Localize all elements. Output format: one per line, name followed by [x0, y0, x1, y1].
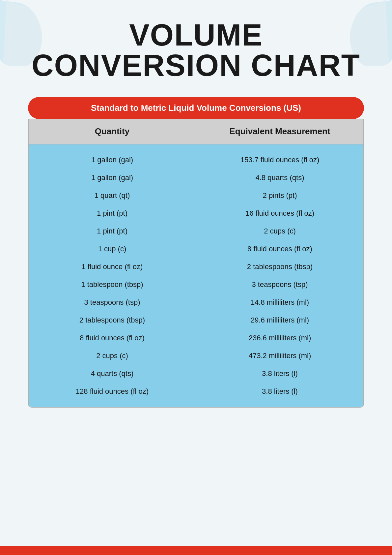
table-row: 1 cup (c) [35, 240, 189, 258]
table-row: 1 gallon (gal) [35, 169, 189, 187]
table-row: 3.8 liters (l) [203, 383, 357, 400]
table-row: 2 tablespoons (tbsp) [203, 258, 357, 276]
table-row: 1 quart (qt) [35, 187, 189, 204]
table-row: 1 fluid ounce (fl oz) [35, 258, 189, 276]
page-content: VOLUME CONVERSION CHART Standard to Metr… [0, 0, 392, 408]
table-row: 3 teaspoons (tsp) [203, 276, 357, 293]
page-title: VOLUME CONVERSION CHART [26, 20, 366, 80]
table-row: 1 pint (pt) [35, 204, 189, 222]
table-row: 2 cups (c) [35, 347, 189, 365]
table-row: 3 teaspoons (tsp) [35, 293, 189, 311]
table-row: 236.6 milliliters (ml) [203, 329, 357, 347]
chart-container: Standard to Metric Liquid Volume Convers… [28, 97, 364, 408]
table-body: 1 gallon (gal)1 gallon (gal)1 quart (qt)… [29, 144, 363, 407]
quantity-header: Quantity [29, 119, 196, 144]
table-row: 8 fluid ounces (fl oz) [35, 329, 189, 347]
quantity-column: 1 gallon (gal)1 gallon (gal)1 quart (qt)… [29, 144, 196, 407]
table-header: Quantity Equivalent Measurement [29, 119, 363, 144]
table-row: 8 fluid ounces (fl oz) [203, 240, 357, 258]
table-row: 1 tablespoon (tbsp) [35, 276, 189, 293]
table-row: 128 fluid ounces (fl oz) [35, 383, 189, 400]
table-row: 29.6 milliliters (ml) [203, 311, 357, 329]
measurement-column: 153.7 fluid ounces (fl oz)4.8 quarts (qt… [196, 144, 363, 407]
chart-subtitle-bar: Standard to Metric Liquid Volume Convers… [28, 97, 364, 119]
table-row: 3.8 liters (l) [203, 365, 357, 383]
table-row: 153.7 fluid ounces (fl oz) [203, 151, 357, 169]
table-row: 14.8 milliliters (ml) [203, 293, 357, 311]
bottom-bar [0, 546, 392, 555]
table-row: 2 tablespoons (tbsp) [35, 311, 189, 329]
table-row: 473.2 milliliters (ml) [203, 347, 357, 365]
table-row: 2 cups (c) [203, 222, 357, 240]
table-row: 1 pint (pt) [35, 222, 189, 240]
table-wrapper: Quantity Equivalent Measurement 1 gallon… [28, 119, 364, 408]
table-row: 1 gallon (gal) [35, 151, 189, 169]
measurement-header: Equivalent Measurement [196, 119, 363, 144]
table-row: 2 pints (pt) [203, 187, 357, 204]
table-row: 4.8 quarts (qts) [203, 169, 357, 187]
table-row: 16 fluid ounces (fl oz) [203, 204, 357, 222]
table-row: 4 quarts (qts) [35, 365, 189, 383]
subtitle-text: Standard to Metric Liquid Volume Convers… [91, 103, 301, 113]
